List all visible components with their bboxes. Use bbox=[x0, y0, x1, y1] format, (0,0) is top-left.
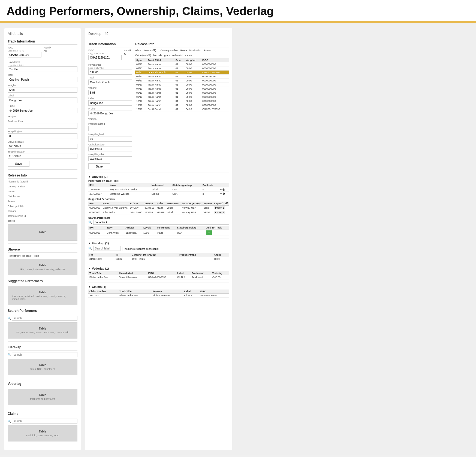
release-table-label: Table bbox=[39, 230, 46, 234]
col-isrc: ISRC bbox=[201, 58, 229, 62]
utovere-table-sub: IPN, name, instrument, country, roll cod… bbox=[20, 268, 65, 271]
track-list-row[interactable]: 05/13Track Name0100:000000000000 bbox=[135, 79, 229, 83]
r-produsent-input[interactable] bbox=[88, 126, 132, 131]
utovere-collapse-icon: ▼ bbox=[88, 175, 91, 178]
cline-label: C-line (autofill) bbox=[8, 205, 77, 208]
r-genre-label: Genre bbox=[180, 49, 187, 52]
pline-input[interactable] bbox=[8, 108, 77, 113]
r-divider2 bbox=[88, 239, 229, 239]
varighet-input[interactable] bbox=[8, 87, 77, 93]
search-performers-right-input[interactable] bbox=[93, 220, 229, 225]
eierskap-table-label: Table bbox=[39, 363, 46, 367]
r-hoofdartist-label: Hovedartist bbox=[88, 63, 132, 66]
search-performers-row: 🔍 bbox=[8, 316, 77, 321]
right-panel-title: Desktop - 49 bbox=[88, 32, 229, 36]
r-hoofdartist-group: Hovedartist Legg til alt. Tittel bbox=[88, 63, 132, 75]
track-list-row[interactable]: 11/13Track Name0100:000000000000 bbox=[135, 103, 229, 107]
innspillingsdato-group: Innspillingsdato bbox=[8, 150, 77, 159]
r-utovere-section[interactable]: ▼ Utøvere (2) bbox=[88, 175, 229, 178]
isrc-group: ISRC Legg til alt. ISRC bbox=[8, 46, 41, 57]
suggested-table-label: Table bbox=[39, 291, 46, 294]
copy-eierskap-btn[interactable]: Kopier eierskap fra denne label bbox=[122, 247, 161, 251]
r-label-input[interactable] bbox=[88, 100, 132, 106]
eierskap-search-right-input[interactable] bbox=[93, 246, 120, 251]
import-performer-btn[interactable]: Import 1 bbox=[214, 211, 225, 214]
r-innspillingland-input[interactable] bbox=[88, 136, 132, 142]
delete-performer-btn[interactable]: 🗑 bbox=[222, 188, 225, 191]
innspillingland-label: Innspillingland bbox=[8, 130, 77, 133]
eierskap-search-right-icon: 🔍 bbox=[88, 247, 92, 250]
r-isrc-input[interactable] bbox=[88, 55, 122, 60]
track-info-section-header: Track Information bbox=[8, 38, 77, 45]
tittel-group: Tittel bbox=[8, 74, 77, 82]
r-save-button[interactable]: Save bbox=[88, 163, 110, 169]
claims-search-row: 🔍 bbox=[8, 419, 77, 424]
r-claims-section[interactable]: ▼ Claims (1) bbox=[88, 285, 229, 288]
versjon-group: Versjon bbox=[8, 115, 77, 118]
claims-table-sub: track info, claim number, NOK bbox=[26, 434, 59, 437]
isrc-input[interactable] bbox=[8, 52, 41, 57]
track-list-row[interactable]: 09/13Track Name0100:000000000000 bbox=[135, 95, 229, 99]
track-list-row[interactable]: 10/13Track Name0100:000000000000 bbox=[135, 99, 229, 103]
main-container: All details Track Information ISRC Legg … bbox=[0, 23, 476, 455]
r-varighet-input[interactable] bbox=[88, 90, 132, 95]
produsent-input[interactable] bbox=[8, 123, 77, 129]
track-list-row[interactable]: 06/13Track Name0100:000000000000 bbox=[135, 83, 229, 87]
r-innspillingsdato-input[interactable] bbox=[88, 156, 132, 161]
r-utgivelsesdato-input[interactable] bbox=[88, 147, 132, 151]
r-isrc-hint: Legg til alt. ISRC bbox=[88, 52, 122, 55]
search-performers-table: Table IPN, name, artist, years, instrume… bbox=[8, 322, 77, 339]
r-hoofdartist-input[interactable] bbox=[88, 69, 132, 75]
r-varighet-label: Varighet bbox=[88, 87, 132, 89]
eierskap-search-input[interactable] bbox=[12, 352, 77, 357]
track-list-row[interactable]: 03/13One Inch Punch0105:08CHAB31991101 bbox=[135, 71, 229, 75]
track-list-row[interactable]: 07/13Track Name0100:000000000000 bbox=[135, 87, 229, 91]
r-tittel-label: Tittel bbox=[88, 76, 132, 79]
edit-performer-btn[interactable]: ✏ bbox=[220, 188, 222, 191]
import-performer-btn[interactable]: Import 1 bbox=[214, 206, 225, 209]
cline-group: C-line (autofill) bbox=[8, 205, 77, 208]
suggested-label: Suggested Performers bbox=[88, 198, 229, 200]
r-cline-label: C-line (autofill) bbox=[135, 54, 151, 57]
vederlag-row: Blister in the SunViolent FemmesGBAAP000… bbox=[88, 275, 229, 279]
vederlag-table-label: Table bbox=[39, 393, 46, 397]
page-header: Adding Performers, Ownership, Claims, Ve… bbox=[0, 0, 476, 22]
tittel-label: Tittel bbox=[8, 74, 77, 76]
hovedartist-hint: Legg til alt. Tittel bbox=[8, 64, 77, 66]
r-varighet-group: Varighet bbox=[88, 87, 132, 95]
claims-search-input[interactable] bbox=[12, 419, 77, 424]
save-button[interactable]: Save bbox=[8, 161, 29, 167]
label-label: Label bbox=[8, 94, 77, 97]
produsent-label: Produsent/land bbox=[8, 120, 77, 123]
r-eierskap-section[interactable]: ▼ Eierskap (1) bbox=[88, 242, 229, 245]
innspillingsdato-input[interactable] bbox=[8, 154, 77, 159]
tittel-input[interactable] bbox=[8, 77, 77, 82]
innspillingsdato-label: Innspillingsdato bbox=[8, 150, 77, 153]
r-tittel-input[interactable] bbox=[88, 80, 132, 85]
track-list-row[interactable]: 04/13Track Name0100:000000000000 bbox=[135, 75, 229, 79]
r-tittel-group: Tittel bbox=[88, 76, 132, 85]
add-performer-btn[interactable]: + bbox=[206, 230, 212, 235]
r-innspillingsdato-label: Innspillingsdato bbox=[88, 153, 132, 156]
innspillingland-input[interactable] bbox=[8, 133, 77, 139]
r-vederlag-section[interactable]: ▼ Vederlag (1) bbox=[88, 267, 229, 270]
utgivelsesdato-input[interactable] bbox=[8, 144, 77, 149]
track-list-row[interactable]: 08/13Track Name0100:000000000000 bbox=[135, 91, 229, 95]
eierskap-search-icon: 🔍 bbox=[8, 353, 11, 356]
track-list-row[interactable]: 01/13Track Name0100:000000000000 bbox=[135, 62, 229, 66]
barcode-label: barcode bbox=[8, 210, 77, 212]
release-info-header: Release Info bbox=[8, 172, 77, 179]
genre-label: Genre bbox=[8, 190, 77, 193]
search-performers-input[interactable] bbox=[12, 316, 77, 321]
r-innspillingland-group: Innspillingland bbox=[88, 133, 132, 142]
left-panel: All details Track Information ISRC Legg … bbox=[4, 28, 81, 450]
label-input[interactable] bbox=[8, 98, 77, 103]
track-list-row[interactable]: 12/13Dis kl Dis kl0104:20CHAB31670092 bbox=[135, 107, 229, 111]
search-performers-header: Search Performers bbox=[8, 308, 77, 314]
track-list-row[interactable]: 02/13Track Name0100:000000000000 bbox=[135, 66, 229, 71]
delete-performer-btn[interactable]: 🗑 bbox=[222, 192, 225, 195]
edit-performer-btn[interactable]: ✏ bbox=[220, 192, 222, 195]
r-pline-input[interactable] bbox=[88, 111, 132, 116]
eierskap-search-row: 🔍 bbox=[8, 352, 77, 357]
hovedartist-input[interactable] bbox=[8, 66, 77, 72]
